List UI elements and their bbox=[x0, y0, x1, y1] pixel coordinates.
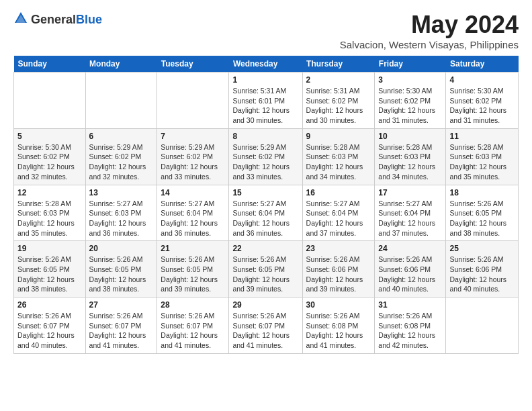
day-number: 14 bbox=[161, 188, 225, 197]
day-info: Sunrise: 5:26 AMSunset: 6:06 PMDaylight:… bbox=[306, 255, 371, 294]
day-number: 30 bbox=[306, 300, 371, 310]
day-info: Sunrise: 5:26 AMSunset: 6:05 PMDaylight:… bbox=[89, 255, 154, 294]
calendar-day-cell: 10Sunrise: 5:28 AMSunset: 6:03 PMDayligh… bbox=[375, 128, 446, 185]
day-number: 24 bbox=[378, 244, 442, 253]
day-info: Sunrise: 5:30 AMSunset: 6:02 PMDaylight:… bbox=[378, 86, 442, 126]
day-info: Sunrise: 5:28 AMSunset: 6:03 PMDaylight:… bbox=[17, 199, 82, 238]
day-number: 17 bbox=[378, 188, 442, 197]
day-info: Sunrise: 5:26 AMSunset: 6:05 PMDaylight:… bbox=[161, 255, 225, 294]
day-info: Sunrise: 5:28 AMSunset: 6:03 PMDaylight:… bbox=[306, 142, 371, 182]
day-number: 25 bbox=[449, 244, 515, 253]
day-info: Sunrise: 5:26 AMSunset: 6:07 PMDaylight:… bbox=[232, 311, 298, 351]
calendar-day-cell: 11Sunrise: 5:28 AMSunset: 6:03 PMDayligh… bbox=[446, 128, 519, 185]
day-info: Sunrise: 5:29 AMSunset: 6:02 PMDaylight:… bbox=[161, 142, 225, 182]
title-area: May 2024 Salvacion, Western Visayas, Phi… bbox=[340, 11, 519, 50]
day-number: 27 bbox=[89, 300, 154, 310]
day-number: 18 bbox=[449, 188, 515, 197]
day-info: Sunrise: 5:27 AMSunset: 6:04 PMDaylight:… bbox=[306, 199, 371, 238]
calendar-day-cell: 28Sunrise: 5:26 AMSunset: 6:07 PMDayligh… bbox=[157, 298, 229, 354]
calendar-day-cell: 5Sunrise: 5:30 AMSunset: 6:02 PMDaylight… bbox=[14, 128, 86, 185]
col-header-friday: Friday bbox=[375, 56, 446, 73]
calendar-day-cell: 8Sunrise: 5:29 AMSunset: 6:02 PMDaylight… bbox=[229, 128, 302, 185]
calendar-day-cell: 16Sunrise: 5:27 AMSunset: 6:04 PMDayligh… bbox=[302, 185, 375, 241]
day-number: 31 bbox=[378, 300, 442, 310]
day-info: Sunrise: 5:26 AMSunset: 6:08 PMDaylight:… bbox=[378, 311, 442, 351]
col-header-wednesday: Wednesday bbox=[229, 56, 302, 73]
day-info: Sunrise: 5:26 AMSunset: 6:05 PMDaylight:… bbox=[17, 255, 82, 294]
day-number: 23 bbox=[306, 244, 371, 253]
calendar-day-cell: 13Sunrise: 5:27 AMSunset: 6:03 PMDayligh… bbox=[85, 185, 157, 241]
day-number: 10 bbox=[378, 132, 442, 141]
day-info: Sunrise: 5:26 AMSunset: 6:05 PMDaylight:… bbox=[232, 255, 298, 294]
day-number: 7 bbox=[161, 132, 225, 141]
calendar-week-row: 19Sunrise: 5:26 AMSunset: 6:05 PMDayligh… bbox=[14, 241, 519, 298]
day-info: Sunrise: 5:26 AMSunset: 6:05 PMDaylight:… bbox=[449, 199, 515, 238]
day-info: Sunrise: 5:28 AMSunset: 6:03 PMDaylight:… bbox=[449, 142, 515, 182]
col-header-tuesday: Tuesday bbox=[157, 56, 229, 73]
day-info: Sunrise: 5:26 AMSunset: 6:07 PMDaylight:… bbox=[161, 311, 225, 351]
calendar-day-cell: 1Sunrise: 5:31 AMSunset: 6:01 PMDaylight… bbox=[229, 73, 302, 129]
day-number: 26 bbox=[17, 300, 82, 310]
day-number: 19 bbox=[17, 244, 82, 253]
day-info: Sunrise: 5:26 AMSunset: 6:07 PMDaylight:… bbox=[17, 311, 82, 351]
calendar-day-cell: 25Sunrise: 5:26 AMSunset: 6:06 PMDayligh… bbox=[446, 241, 519, 298]
day-number: 21 bbox=[161, 244, 225, 253]
day-number: 5 bbox=[17, 132, 82, 141]
day-number: 28 bbox=[161, 300, 225, 310]
calendar-day-cell: 2Sunrise: 5:31 AMSunset: 6:02 PMDaylight… bbox=[302, 73, 375, 129]
day-number: 4 bbox=[449, 75, 515, 85]
empty-day-cell bbox=[85, 73, 157, 129]
calendar-table: SundayMondayTuesdayWednesdayThursdayFrid… bbox=[13, 56, 519, 354]
day-number: 15 bbox=[232, 188, 298, 197]
col-header-saturday: Saturday bbox=[446, 56, 519, 73]
day-number: 2 bbox=[306, 75, 371, 85]
logo: GeneralBlue bbox=[13, 11, 102, 28]
calendar-day-cell: 3Sunrise: 5:30 AMSunset: 6:02 PMDaylight… bbox=[375, 73, 446, 129]
calendar-day-cell: 26Sunrise: 5:26 AMSunset: 6:07 PMDayligh… bbox=[14, 298, 86, 354]
day-info: Sunrise: 5:31 AMSunset: 6:02 PMDaylight:… bbox=[306, 86, 371, 126]
calendar-day-cell: 24Sunrise: 5:26 AMSunset: 6:06 PMDayligh… bbox=[375, 241, 446, 298]
day-info: Sunrise: 5:30 AMSunset: 6:02 PMDaylight:… bbox=[17, 142, 82, 182]
col-header-thursday: Thursday bbox=[302, 56, 375, 73]
day-number: 6 bbox=[89, 132, 154, 141]
calendar-day-cell: 12Sunrise: 5:28 AMSunset: 6:03 PMDayligh… bbox=[14, 185, 86, 241]
month-title: May 2024 bbox=[340, 11, 519, 39]
calendar-day-cell: 9Sunrise: 5:28 AMSunset: 6:03 PMDaylight… bbox=[302, 128, 375, 185]
calendar-week-row: 12Sunrise: 5:28 AMSunset: 6:03 PMDayligh… bbox=[14, 185, 519, 241]
calendar-day-cell: 21Sunrise: 5:26 AMSunset: 6:05 PMDayligh… bbox=[157, 241, 229, 298]
day-info: Sunrise: 5:26 AMSunset: 6:08 PMDaylight:… bbox=[306, 311, 371, 351]
calendar-week-row: 26Sunrise: 5:26 AMSunset: 6:07 PMDayligh… bbox=[14, 298, 519, 354]
day-info: Sunrise: 5:27 AMSunset: 6:04 PMDaylight:… bbox=[232, 199, 298, 238]
day-number: 16 bbox=[306, 188, 371, 197]
logo-blue-text: Blue bbox=[76, 13, 102, 26]
calendar-day-cell: 15Sunrise: 5:27 AMSunset: 6:04 PMDayligh… bbox=[229, 185, 302, 241]
day-number: 3 bbox=[378, 75, 442, 85]
calendar-week-row: 5Sunrise: 5:30 AMSunset: 6:02 PMDaylight… bbox=[14, 128, 519, 185]
calendar-body: 1Sunrise: 5:31 AMSunset: 6:01 PMDaylight… bbox=[14, 73, 519, 354]
day-number: 1 bbox=[232, 75, 298, 85]
calendar-day-cell: 18Sunrise: 5:26 AMSunset: 6:05 PMDayligh… bbox=[446, 185, 519, 241]
calendar-day-cell: 23Sunrise: 5:26 AMSunset: 6:06 PMDayligh… bbox=[302, 241, 375, 298]
day-number: 9 bbox=[306, 132, 371, 141]
empty-day-cell bbox=[157, 73, 229, 129]
day-info: Sunrise: 5:26 AMSunset: 6:06 PMDaylight:… bbox=[378, 255, 442, 294]
empty-day-cell bbox=[14, 73, 86, 129]
day-info: Sunrise: 5:28 AMSunset: 6:03 PMDaylight:… bbox=[378, 142, 442, 182]
day-number: 22 bbox=[232, 244, 298, 253]
calendar-day-cell: 4Sunrise: 5:30 AMSunset: 6:02 PMDaylight… bbox=[446, 73, 519, 129]
day-info: Sunrise: 5:27 AMSunset: 6:04 PMDaylight:… bbox=[378, 199, 442, 238]
calendar-day-cell: 27Sunrise: 5:26 AMSunset: 6:07 PMDayligh… bbox=[85, 298, 157, 354]
day-info: Sunrise: 5:26 AMSunset: 6:06 PMDaylight:… bbox=[449, 255, 515, 294]
calendar-day-cell: 29Sunrise: 5:26 AMSunset: 6:07 PMDayligh… bbox=[229, 298, 302, 354]
calendar-day-cell: 31Sunrise: 5:26 AMSunset: 6:08 PMDayligh… bbox=[375, 298, 446, 354]
calendar-day-cell: 30Sunrise: 5:26 AMSunset: 6:08 PMDayligh… bbox=[302, 298, 375, 354]
logo-icon bbox=[13, 11, 28, 26]
calendar-day-cell: 20Sunrise: 5:26 AMSunset: 6:05 PMDayligh… bbox=[85, 241, 157, 298]
calendar-header-row: SundayMondayTuesdayWednesdayThursdayFrid… bbox=[14, 56, 519, 73]
header: GeneralBlue May 2024 Salvacion, Western … bbox=[13, 11, 519, 50]
day-info: Sunrise: 5:27 AMSunset: 6:04 PMDaylight:… bbox=[161, 199, 225, 238]
location-subtitle: Salvacion, Western Visayas, Philippines bbox=[340, 39, 519, 50]
calendar-day-cell: 19Sunrise: 5:26 AMSunset: 6:05 PMDayligh… bbox=[14, 241, 86, 298]
day-info: Sunrise: 5:29 AMSunset: 6:02 PMDaylight:… bbox=[89, 142, 154, 182]
day-info: Sunrise: 5:30 AMSunset: 6:02 PMDaylight:… bbox=[449, 86, 515, 126]
